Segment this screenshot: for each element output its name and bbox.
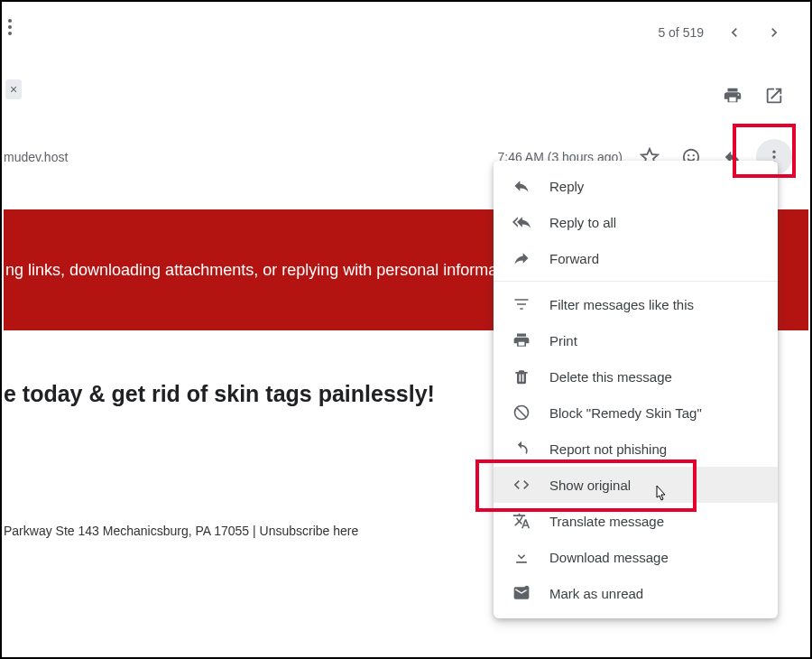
overflow-icon-left[interactable] [7, 18, 13, 36]
reply-icon [512, 176, 531, 196]
pager-text: 5 of 519 [658, 25, 704, 40]
menu-print[interactable]: Print [494, 322, 778, 358]
mark-unread-icon [512, 583, 531, 603]
svg-point-2 [8, 32, 12, 35]
menu-report[interactable]: Report not phishing [494, 431, 778, 467]
open-in-new-button[interactable] [756, 78, 792, 114]
download-icon [512, 547, 531, 567]
delete-icon [512, 367, 531, 386]
menu-filter[interactable]: Filter messages like this [494, 286, 778, 322]
footer-text: Parkway Ste 143 Mechanicsburg, PA 17055 … [4, 524, 358, 538]
svg-point-0 [8, 19, 12, 23]
svg-line-10 [517, 408, 526, 417]
forward-icon [512, 248, 531, 268]
menu-delete[interactable]: Delete this message [494, 358, 778, 394]
menu-reply-all-label: Reply to all [549, 215, 616, 230]
next-button[interactable] [756, 14, 792, 51]
menu-reply-all[interactable]: Reply to all [494, 204, 778, 240]
banner-text: ng links, downloading attachments, or re… [5, 261, 497, 280]
menu-delete-label: Delete this message [549, 369, 672, 385]
menu-download-label: Download message [549, 550, 669, 565]
menu-print-label: Print [549, 333, 577, 348]
menu-filter-label: Filter messages like this [549, 297, 694, 312]
label-chip-remove[interactable]: × [5, 79, 22, 99]
more-menu: Reply Reply to all Forward Filter messag… [494, 161, 778, 618]
undo-icon [512, 439, 531, 459]
svg-point-1 [8, 25, 12, 29]
block-icon [512, 403, 531, 422]
menu-block[interactable]: Block "Remedy Skin Tag" [494, 394, 778, 431]
prev-button[interactable] [716, 14, 752, 51]
svg-point-4 [687, 154, 689, 156]
menu-separator [494, 281, 778, 282]
close-icon: × [10, 82, 17, 97]
code-icon [512, 475, 531, 495]
menu-reply-label: Reply [549, 179, 584, 194]
filter-icon [512, 294, 531, 314]
menu-mark-unread-label: Mark as unread [549, 586, 643, 601]
menu-report-label: Report not phishing [549, 441, 667, 457]
menu-mark-unread[interactable]: Mark as unread [494, 575, 778, 611]
sender-domain: mudev.host [4, 150, 68, 164]
menu-block-label: Block "Remedy Skin Tag" [549, 405, 702, 421]
print-button[interactable] [715, 78, 751, 114]
translate-icon [512, 511, 531, 531]
svg-point-11 [524, 586, 529, 590]
menu-show-original-label: Show original [549, 478, 631, 493]
print-icon [512, 330, 531, 350]
menu-forward-label: Forward [549, 251, 599, 266]
svg-point-6 [772, 151, 775, 153]
menu-reply[interactable]: Reply [494, 168, 778, 204]
subject-line: e today & get rid of skin tags painlessl… [4, 381, 435, 407]
svg-point-5 [693, 154, 695, 156]
menu-forward[interactable]: Forward [494, 240, 778, 276]
menu-translate[interactable]: Translate message [494, 503, 778, 539]
menu-translate-label: Translate message [549, 514, 664, 529]
menu-show-original[interactable]: Show original [494, 467, 778, 503]
reply-all-icon [512, 212, 531, 232]
svg-point-7 [772, 155, 775, 158]
menu-download[interactable]: Download message [494, 539, 778, 575]
